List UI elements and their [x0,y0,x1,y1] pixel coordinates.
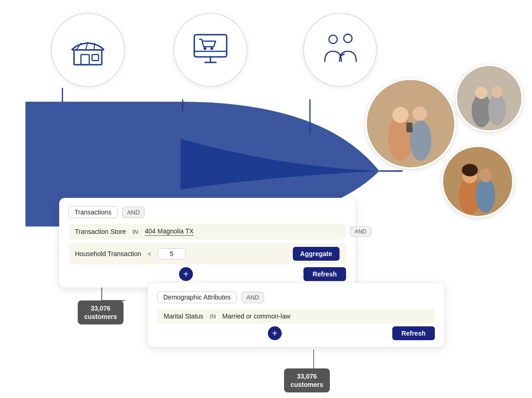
card1-add-button[interactable]: + [179,267,193,281]
svg-point-37 [476,177,495,213]
card2-footer: + Refresh [157,326,435,340]
card1-tag: Transactions [68,206,118,218]
photo-young-couple [442,146,513,217]
card1-footer: + Refresh [68,267,346,281]
svg-point-28 [413,106,427,121]
row2-label: Household Transaction [75,250,141,257]
svg-rect-8 [74,50,102,65]
svg-point-23 [344,34,352,43]
people-icon-circle [278,13,377,87]
card1-refresh-button[interactable]: Refresh [303,267,346,281]
aggregate-button[interactable]: Aggregate [293,247,340,261]
card2-header-row: Demographic Attributes AND [157,291,435,303]
svg-point-34 [491,86,503,98]
badge2-count: 33,076 [297,373,317,380]
transactions-filter-card: Transactions AND Transaction Store IN 40… [59,198,355,288]
card1-and: AND [122,207,145,218]
row1-and-badge: AND [350,227,371,237]
customer-count-badge-2: 33,076 customers [284,368,330,392]
row2-op: < [148,251,151,257]
svg-rect-29 [406,122,413,132]
row1-value: 404 Magnolia TX [145,227,194,236]
marital-label: Marital Status [164,312,204,320]
marital-value: Married or common-law [223,312,291,320]
monitor-cart-icon-circle [148,13,247,87]
card1-header-row: Transactions AND [68,206,346,218]
svg-point-32 [488,93,506,125]
svg-rect-15 [194,35,227,57]
svg-point-33 [475,86,488,99]
household-transaction-row: Household Transaction < 5 Aggregate [68,243,346,264]
photo-couple-shopping [365,79,456,169]
people-icon [319,29,361,71]
demographic-filter-card: Demographic Attributes AND Marital Statu… [148,283,444,347]
svg-point-26 [410,120,432,160]
photo-older-couple [456,65,523,132]
row1-op: IN [132,228,138,235]
svg-rect-9 [81,55,89,65]
transaction-store-row: Transaction Store IN 404 Magnolia TX AND [68,224,346,239]
photo-group [356,79,523,236]
svg-point-39 [479,169,492,182]
card2-add-button[interactable]: + [268,326,282,340]
svg-point-19 [204,47,206,50]
marital-op: IN [210,313,216,320]
marital-status-row: Marital Status IN Married or common-law [157,309,435,324]
svg-point-21 [329,35,337,43]
svg-point-40 [462,164,478,177]
svg-point-30 [457,66,521,130]
svg-rect-10 [92,55,99,61]
store-icon [67,29,109,71]
svg-point-27 [392,107,408,123]
badge2-label: customers [291,381,323,388]
card2-tag: Demographic Attributes [157,291,237,303]
card2-refresh-button[interactable]: Refresh [392,326,435,340]
svg-point-20 [210,47,213,50]
store-icon-circle [25,13,125,87]
customer-count-badge-1: 33,076 customers [78,300,124,325]
row1-label: Transaction Store [75,228,126,235]
row2-value: 5 [158,248,186,259]
badge1-label: customers [84,313,117,320]
card2-and: AND [241,292,264,303]
badge1-count: 33,076 [91,305,111,312]
monitor-cart-icon [190,29,231,71]
